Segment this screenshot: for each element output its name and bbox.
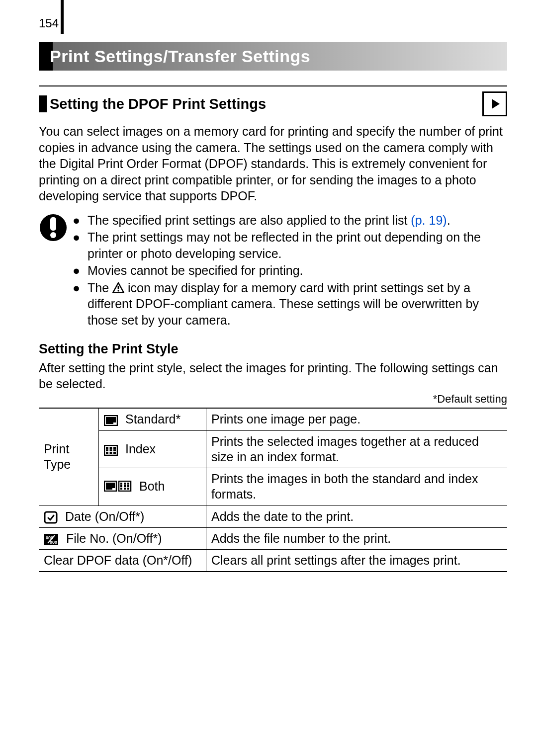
svg-rect-15 xyxy=(106,452,108,454)
svg-rect-9 xyxy=(106,447,108,449)
note-1-text-a: The specified print settings are also ap… xyxy=(88,213,411,227)
table-row: Clear DPOF data (On*/Off) Clears all pri… xyxy=(39,550,507,572)
page-number: 154 xyxy=(0,16,59,34)
note-4-text-b: icon may display for a memory card with … xyxy=(88,281,479,327)
standard-desc: Prints one image per page. xyxy=(206,408,508,430)
svg-rect-22 xyxy=(120,483,122,485)
standard-cell: Standard* xyxy=(99,408,206,430)
svg-rect-1 xyxy=(50,217,56,231)
intro-paragraph: You can select images on a memory card f… xyxy=(39,123,507,204)
section-heading-bar xyxy=(39,95,47,112)
svg-rect-29 xyxy=(124,488,126,490)
svg-rect-30 xyxy=(127,488,129,490)
svg-rect-17 xyxy=(113,452,116,454)
standard-label: Standard* xyxy=(125,412,180,426)
page-number-divider xyxy=(61,0,64,34)
svg-rect-14 xyxy=(113,449,116,451)
svg-rect-23 xyxy=(124,483,126,485)
note-3-text: Movies cannot be specified for printing. xyxy=(88,262,303,279)
svg-point-2 xyxy=(50,232,56,238)
date-label: Date (On/Off*) xyxy=(65,509,144,523)
table-row: Date (On/Off*) Adds the date to the prin… xyxy=(39,505,507,527)
important-note-block: ● The specified print settings are also … xyxy=(39,212,507,330)
svg-rect-12 xyxy=(106,449,108,451)
standard-icon xyxy=(104,415,118,426)
both-icon xyxy=(104,480,132,495)
index-cell: Index xyxy=(99,430,206,468)
svg-rect-28 xyxy=(120,488,122,490)
note-1-text-b: . xyxy=(447,213,450,227)
index-label: Index xyxy=(125,442,156,456)
svg-rect-31 xyxy=(45,512,57,523)
svg-rect-11 xyxy=(113,447,116,449)
date-icon xyxy=(44,511,58,524)
section-heading: Setting the DPOF Print Settings xyxy=(50,95,266,113)
default-setting-note: *Default setting xyxy=(39,392,507,406)
page-number-header: 154 xyxy=(0,0,537,34)
both-label: Both xyxy=(139,479,165,493)
note-item-1: ● The specified print settings are also … xyxy=(73,212,507,229)
svg-point-4 xyxy=(117,290,119,291)
note-item-2: ● The print settings may not be reflecte… xyxy=(73,229,507,261)
date-desc: Adds the date to the print. xyxy=(206,505,508,527)
svg-rect-25 xyxy=(120,485,122,487)
svg-rect-7 xyxy=(113,422,116,424)
fileno-desc: Adds the file number to the print. xyxy=(206,527,508,549)
note-4-text-a: The xyxy=(88,281,112,295)
svg-rect-26 xyxy=(124,485,126,487)
svg-rect-24 xyxy=(127,483,129,485)
clear-dpof-desc: Clears all print settings after the imag… xyxy=(206,550,508,572)
print-style-table: Print Type Standard* Prints one image pe… xyxy=(39,408,507,572)
fileno-label: File No. (On/Off*) xyxy=(66,531,162,545)
clear-dpof-cell: Clear DPOF data (On*/Off) xyxy=(39,550,206,572)
section-heading-row: Setting the DPOF Print Settings xyxy=(39,91,507,116)
chapter-title-bar: Print Settings/Transfer Settings xyxy=(39,42,507,71)
note-2-text: The print settings may not be reflected … xyxy=(88,229,507,261)
chapter-title: Print Settings/Transfer Settings xyxy=(39,46,310,67)
svg-rect-27 xyxy=(127,485,129,487)
note-1-link[interactable]: (p. 19) xyxy=(411,213,447,227)
warning-triangle-icon xyxy=(112,280,124,296)
file-number-icon: 000 000 xyxy=(44,533,59,545)
svg-rect-20 xyxy=(112,488,115,490)
date-cell: Date (On/Off*) xyxy=(39,505,206,527)
fileno-cell: 000 000 File No. (On/Off*) xyxy=(39,527,206,549)
table-row: 000 000 File No. (On/Off*) Adds the file… xyxy=(39,527,507,549)
table-row: Both Prints the images in both the stand… xyxy=(39,468,507,506)
subsection-heading: Setting the Print Style xyxy=(39,341,507,358)
subsection-paragraph: After setting the print style, select th… xyxy=(39,360,507,392)
svg-rect-13 xyxy=(110,449,112,451)
exclamation-icon xyxy=(39,212,68,330)
playback-mode-icon xyxy=(482,91,507,116)
horizontal-rule xyxy=(39,85,507,86)
note-item-4: ● The icon may display for a memory card… xyxy=(73,280,507,329)
svg-text:000: 000 xyxy=(50,540,57,545)
print-type-header: Print Type xyxy=(39,408,99,505)
index-icon xyxy=(104,445,118,456)
table-row: Print Type Standard* Prints one image pe… xyxy=(39,408,507,430)
svg-rect-10 xyxy=(110,447,112,449)
both-cell: Both xyxy=(99,468,206,506)
note-item-3: ● Movies cannot be specified for printin… xyxy=(73,262,507,279)
index-desc: Prints the selected images together at a… xyxy=(206,430,508,468)
svg-rect-3 xyxy=(118,286,119,289)
table-row: Index Prints the selected images togethe… xyxy=(39,430,507,468)
svg-rect-16 xyxy=(110,452,112,454)
both-desc: Prints the images in both the standard a… xyxy=(206,468,508,506)
